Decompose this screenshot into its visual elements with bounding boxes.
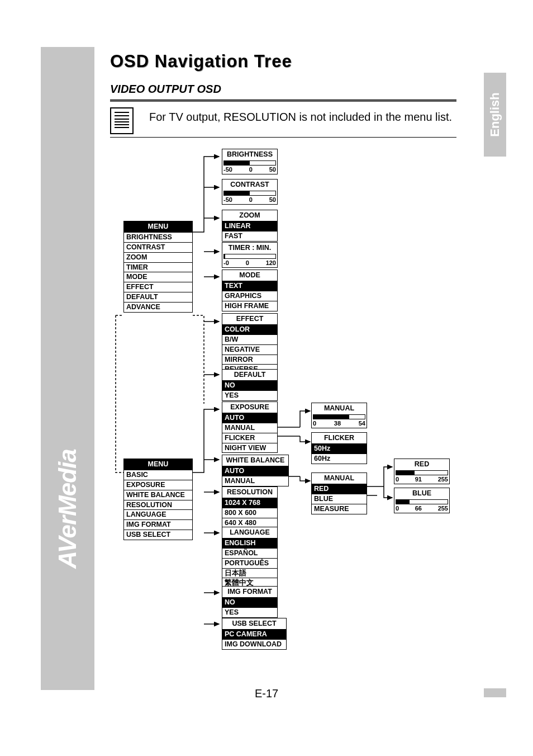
contrast-box: CONTRAST -50050 (222, 179, 278, 205)
brightness-box: BRIGHTNESS -50050 (222, 149, 278, 174)
default-box: DEFAULT NO YES (222, 369, 278, 401)
usbselect-box: USB SELECT PC CAMERA IMG DOWNLOAD (222, 618, 287, 650)
rule (110, 100, 456, 102)
blue-box: BLUE 066255 (394, 488, 450, 513)
imgformat-box: IMG FORMAT NO YES (222, 586, 278, 618)
note-icon (110, 107, 134, 134)
mode-box: MODE TEXT GRAPHICS HIGH FRAME (222, 270, 278, 311)
navigation-tree: MENU BRIGHTNESS CONTRAST ZOOM TIMER MODE… (110, 145, 468, 660)
menu-advance: MENU BASIC EXPOSURE WHITE BALANCE RESOLU… (123, 459, 193, 540)
effect-box: EFFECT COLOR B/W NEGATIVE MIRROR REVERSE (222, 313, 278, 375)
timer-box: TIMER : MIN. -00120 (222, 242, 278, 268)
page-title: OSD Navigation Tree (110, 51, 292, 72)
page-number: E-17 (0, 687, 533, 700)
whitebalance-box: WHITE BALANCE AUTO MANUAL (222, 455, 289, 486)
exposure-box: EXPOSURE AUTO MANUAL FLICKER NIGHT VIEW (222, 401, 278, 453)
menu-main: MENU BRIGHTNESS CONTRAST ZOOM TIMER MODE… (123, 221, 193, 313)
manual-exposure-box: MANUAL 03854 (311, 403, 367, 428)
wb-manual-box: MANUAL RED BLUE MEASURE (311, 472, 367, 514)
language-box: LANGUAGE ENGLISH ESPAÑOL PORTUGUÊS 日本語 繁… (222, 527, 278, 588)
red-box: RED 091255 (394, 459, 450, 484)
language-tab: English (484, 73, 506, 157)
flicker-box: FLICKER 50Hz 60Hz (311, 432, 367, 464)
brand-logo: AVerMedia (41, 408, 94, 609)
subtitle: VIDEO OUTPUT OSD (110, 83, 221, 96)
rule (110, 137, 456, 138)
zoom-box: ZOOM LINEAR FAST (222, 210, 278, 242)
resolution-box: RESOLUTION 1024 X 768 800 X 600 640 X 48… (222, 486, 278, 528)
note-text: For TV output, RESOLUTION is not include… (149, 111, 452, 124)
